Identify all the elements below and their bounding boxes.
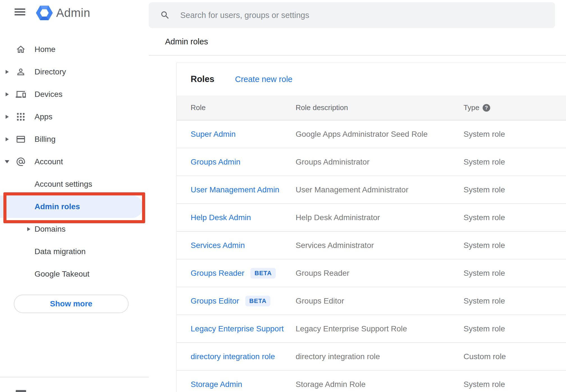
role-link[interactable]: Services Admin (191, 241, 245, 250)
sidebar-item-home[interactable]: Home (0, 38, 149, 61)
app-title: Admin (56, 6, 90, 20)
role-cell: Super Admin (191, 120, 236, 148)
role-description-cell: directory integration role (296, 343, 380, 370)
sidebar-item-label: Billing (35, 135, 56, 144)
role-cell: Services Admin (191, 232, 245, 259)
admin-console: Admin HomeDirectoryDevicesAppsBillingAcc… (0, 0, 566, 392)
table-header: Role Role description Type ? (177, 95, 566, 120)
table-row: Groups EditorBETAGroups EditorSystem rol… (177, 287, 566, 315)
sidebar-nav: HomeDirectoryDevicesAppsBillingAccountAc… (0, 38, 149, 285)
sidebar-item-label: Home (35, 45, 56, 54)
sidebar-item-devices[interactable]: Devices (0, 83, 149, 106)
role-description-cell: Groups Reader (296, 259, 349, 287)
sidebar-item-billing[interactable]: Billing (0, 128, 149, 151)
role-cell: Groups ReaderBETA (191, 259, 276, 287)
show-more-button[interactable]: Show more (14, 295, 129, 313)
role-link[interactable]: Legacy Enterprise Support (191, 324, 284, 333)
menu-icon[interactable] (15, 8, 25, 16)
table-row: directory integration roledirectory inte… (177, 343, 566, 371)
sidebar-item-label: Domains (35, 225, 65, 234)
expand-arrow-icon[interactable] (6, 70, 9, 74)
at-sign-icon (16, 157, 26, 167)
sidebar-item-label: Devices (35, 90, 63, 99)
role-link[interactable]: Storage Admin (191, 380, 242, 389)
sidebar-item-apps[interactable]: Apps (0, 106, 149, 128)
clipped-bottom-icon (16, 390, 26, 392)
sidebar-item-domains[interactable]: Domains (0, 218, 149, 240)
sidebar-item-google-takeout[interactable]: Google Takeout (0, 263, 149, 285)
sidebar-item-account[interactable]: Account (0, 151, 149, 173)
sidebar-item-label: Account (35, 157, 63, 166)
role-type-cell: System role (464, 148, 505, 176)
column-header-role-description: Role description (296, 95, 348, 120)
role-description-cell: Google Apps Administrator Seed Role (296, 120, 428, 148)
sidebar-item-label: Data migration (35, 247, 86, 256)
table-body: Super AdminGoogle Apps Administrator See… (177, 120, 566, 392)
role-cell: Help Desk Admin (191, 204, 251, 231)
table-row: Groups AdminGroups AdministratorSystem r… (177, 148, 566, 176)
role-type-cell: System role (464, 287, 505, 314)
expand-arrow-icon[interactable] (6, 92, 9, 96)
sidebar-item-directory[interactable]: Directory (0, 61, 149, 83)
role-link[interactable]: Help Desk Admin (191, 213, 251, 222)
create-new-role-link[interactable]: Create new role (235, 75, 293, 84)
sidebar-item-account-settings[interactable]: Account settings (0, 173, 149, 195)
sidebar-divider (0, 377, 149, 377)
role-description-cell: Groups Administrator (296, 148, 369, 176)
sidebar-item-admin-roles[interactable]: Admin roles (0, 195, 149, 218)
devices-icon (16, 89, 26, 99)
table-row: User Management AdminUser Management Adm… (177, 176, 566, 204)
home-icon (16, 44, 26, 54)
role-description-cell: User Management Administrator (296, 176, 408, 203)
apps-grid-icon (16, 112, 26, 122)
role-description-cell: Storage Admin Role (296, 371, 366, 392)
role-link[interactable]: directory integration role (191, 352, 275, 361)
brand-row: Admin (0, 0, 149, 26)
role-link[interactable]: User Management Admin (191, 185, 279, 194)
collapse-arrow-icon[interactable] (5, 160, 9, 163)
role-type-cell: System role (464, 259, 505, 287)
sidebar-item-label: Account settings (35, 180, 92, 189)
role-type-cell: System role (464, 176, 505, 203)
table-row: Legacy Enterprise SupportLegacy Enterpri… (177, 315, 566, 343)
role-description-cell: Groups Editor (296, 287, 344, 314)
expand-arrow-icon[interactable] (27, 227, 30, 231)
role-link[interactable]: Super Admin (191, 130, 236, 139)
sidebar-item-data-migration[interactable]: Data migration (0, 240, 149, 263)
sidebar-item-label: Google Takeout (35, 270, 90, 279)
expand-arrow-icon[interactable] (6, 115, 9, 119)
role-type-cell: System role (464, 120, 505, 148)
billing-card-icon (16, 134, 26, 144)
sidebar-item-label: Apps (35, 112, 53, 121)
role-type-cell: System role (464, 315, 505, 342)
beta-badge: BETA (250, 268, 275, 279)
column-header-role: Role (191, 95, 206, 120)
role-type-cell: System role (464, 232, 505, 259)
search-bar[interactable] (149, 2, 555, 28)
table-row: Services AdminServices AdministratorSyst… (177, 232, 566, 259)
role-cell: Storage Admin (191, 371, 242, 392)
table-row: Super AdminGoogle Apps Administrator See… (177, 120, 566, 148)
panel-title: Roles (191, 74, 214, 84)
role-description-cell: Services Administrator (296, 232, 374, 259)
search-icon (160, 10, 170, 20)
search-input[interactable] (180, 11, 547, 20)
roles-card: Roles Create new role Role Role descript… (176, 63, 566, 392)
role-link[interactable]: Groups Admin (191, 158, 240, 167)
help-icon[interactable]: ? (483, 104, 490, 111)
role-cell: Groups EditorBETA (191, 287, 270, 314)
admin-logo-icon (36, 6, 53, 20)
expand-arrow-icon[interactable] (6, 137, 9, 141)
topbar-divider (149, 55, 566, 56)
card-title-row: Roles Create new role (177, 63, 566, 95)
table-row: Help Desk AdminHelp Desk AdministratorSy… (177, 204, 566, 232)
table-row: Groups ReaderBETAGroups ReaderSystem rol… (177, 259, 566, 287)
role-type-cell: System role (464, 204, 505, 231)
role-description-cell: Legacy Enterprise Support Role (296, 315, 407, 342)
role-cell: Groups Admin (191, 148, 240, 176)
role-link[interactable]: Groups Reader (191, 269, 244, 278)
beta-badge: BETA (245, 296, 270, 306)
show-more-label: Show more (50, 299, 92, 308)
role-link[interactable]: Groups Editor (191, 297, 239, 306)
role-cell: Legacy Enterprise Support (191, 315, 284, 342)
